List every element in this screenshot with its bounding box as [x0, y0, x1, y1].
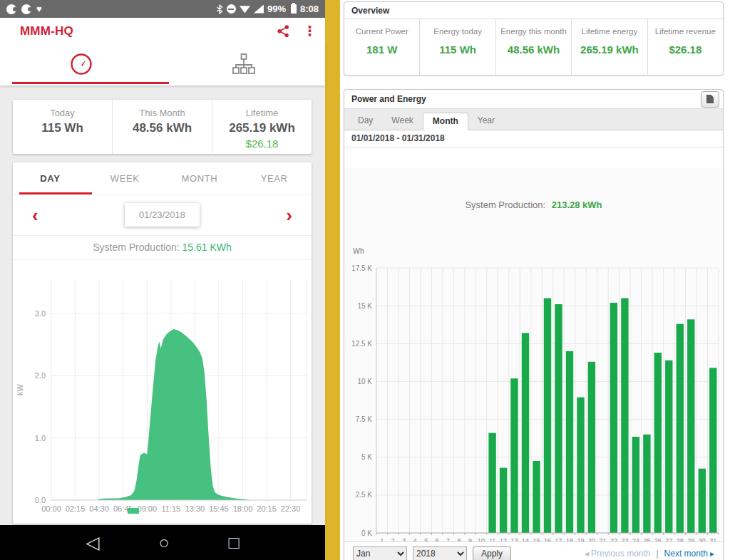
stat-label: Today [13, 108, 112, 118]
date-navigation: ‹ 01/23/2018 › [13, 195, 312, 236]
stat-label: Energy today [423, 27, 492, 36]
tab-label: Day [358, 115, 373, 125]
svg-text:13:30: 13:30 [185, 504, 205, 513]
tab-label: WEEK [110, 173, 140, 184]
svg-text:2.5 K: 2.5 K [356, 491, 373, 499]
period-tab-year[interactable]: YEAR [237, 162, 312, 194]
stat-label: Current Power [347, 27, 416, 36]
stat-value: 115 Wh [423, 43, 492, 56]
share-icon[interactable] [277, 24, 290, 38]
stat-value: 265.19 kWh [212, 121, 312, 135]
status-indicators: 99% 8:08 [216, 4, 319, 14]
stat-value: 181 W [347, 43, 416, 56]
do-not-disturb-icon [227, 4, 236, 14]
tab-array[interactable] [163, 44, 325, 83]
svg-text:3.0: 3.0 [35, 309, 46, 318]
chart-body: System Production: 213.28 kWh 0 K2.5 K5 … [344, 168, 723, 541]
stat-value: 48.56 kWh [499, 43, 568, 56]
link-label: Previous month [591, 549, 650, 559]
export-report-button[interactable] [701, 91, 719, 108]
production-label: System Production: [93, 242, 179, 253]
notification-icons: ♥ [6, 4, 42, 14]
svg-text:10 K: 10 K [357, 378, 372, 385]
previous-month-link[interactable]: ◂ Previous month [585, 549, 650, 559]
legend-swatch-clipped [128, 508, 139, 514]
chart-footer-controls: Jan 2018 Apply ◂ Previous month | Next m… [344, 541, 723, 560]
tab-dashboard[interactable] [0, 44, 163, 83]
prev-day-chevron[interactable]: ‹ [32, 206, 38, 224]
next-arrow-icon: ▸ [710, 549, 714, 559]
wifi-icon [240, 5, 250, 14]
heart-icon: ♥ [36, 4, 42, 14]
tab-label: Week [391, 115, 413, 125]
array-hierarchy-icon [232, 53, 256, 75]
stat-label: This Month [113, 108, 212, 118]
month-select[interactable]: Jan [353, 546, 407, 560]
app-notification-icon [21, 4, 31, 14]
stat-this-month: This Month 48.56 kWh [112, 100, 212, 154]
day-production-area-chart: 0.01.02.03.000:0002:1504:3006:4509:0011:… [13, 259, 312, 524]
date-range-label: 01/01/2018 - 01/31/2018 [344, 130, 723, 147]
svg-text:15 K: 15 K [357, 302, 372, 310]
year-select[interactable]: 2018 [413, 546, 467, 560]
power-and-energy-panel: Power and Energy Day Week Month Year 01/… [344, 89, 724, 560]
svg-text:11:15: 11:15 [161, 504, 180, 513]
panel-divider [325, 0, 340, 560]
range-tab-month[interactable]: Month [423, 113, 468, 130]
svg-text:17.5 K: 17.5 K [351, 264, 372, 272]
svg-text:5 K: 5 K [361, 453, 372, 461]
gauge-icon [69, 52, 93, 76]
recents-button[interactable]: □ [229, 534, 240, 551]
svg-text:18:00: 18:00 [233, 504, 253, 513]
lifetime-revenue: $26.18 [212, 138, 312, 150]
range-tab-year[interactable]: Year [468, 113, 504, 130]
stat-value: $26.18 [651, 43, 720, 56]
desktop-dashboard: Overview Current Power 181 W Energy toda… [340, 0, 730, 560]
link-separator: | [656, 549, 658, 559]
date-picker[interactable]: 01/23/2018 [125, 203, 200, 227]
period-tab-month[interactable]: MONTH [163, 162, 237, 194]
system-production-line: System Production: 213.28 kWh [344, 199, 723, 210]
svg-text:kW: kW [16, 383, 24, 395]
android-nav-bar: ◁ ○ □ [0, 525, 325, 560]
next-day-chevron[interactable]: › [286, 206, 292, 224]
document-icon [706, 95, 714, 103]
apply-button[interactable]: Apply [473, 546, 511, 560]
battery-icon [291, 4, 297, 14]
svg-text:0.0: 0.0 [35, 496, 46, 504]
stat-value: 115 Wh [13, 121, 112, 135]
stat-value: 265.19 kWh [575, 43, 644, 56]
panel-title: Power and Energy [351, 94, 426, 104]
top-tab-bar [0, 44, 325, 85]
range-tab-week[interactable]: Week [382, 113, 422, 130]
app-notification-icon [6, 4, 16, 14]
svg-text:7.5 K: 7.5 K [356, 415, 373, 423]
clock: 8:08 [300, 4, 319, 14]
svg-text:2.0: 2.0 [35, 371, 46, 380]
app-bar: MMM-HQ ⋮ [0, 18, 325, 44]
period-tab-week[interactable]: WEEK [88, 162, 163, 194]
overflow-menu-icon[interactable]: ⋮ [303, 24, 317, 38]
svg-text:12.5 K: 12.5 K [351, 340, 372, 348]
overview-title: Overview [344, 2, 723, 19]
phone-app: ♥ 99% 8:08 MMM-HQ ⋮ [0, 0, 325, 560]
stat-lifetime: Lifetime 265.19 kWh $26.18 [212, 100, 312, 154]
stat-value: 48.56 kWh [113, 121, 212, 135]
next-month-link[interactable]: Next month ▸ [664, 549, 714, 559]
svg-text:09:00: 09:00 [138, 504, 158, 513]
production-value: 15.61 KWh [182, 242, 232, 253]
link-label: Next month [664, 549, 708, 559]
range-tabs: Day Week Month Year [344, 109, 723, 130]
bluetooth-icon [216, 4, 223, 14]
overview-current-power: Current Power 181 W [344, 19, 419, 75]
system-production-row: System Production: 15.61 KWh [13, 236, 312, 260]
period-tab-day[interactable]: DAY [13, 162, 88, 194]
svg-text:02:15: 02:15 [66, 504, 86, 513]
home-button[interactable]: ○ [159, 534, 170, 551]
site-title: MMM-HQ [20, 24, 73, 38]
back-button[interactable]: ◁ [86, 534, 99, 551]
range-tab-day[interactable]: Day [349, 113, 382, 130]
production-chart-card: DAY WEEK MONTH YEAR ‹ 01/23/2018 › Syste… [13, 162, 312, 524]
prev-arrow-icon: ◂ [585, 549, 589, 559]
battery-percent: 99% [267, 4, 286, 14]
